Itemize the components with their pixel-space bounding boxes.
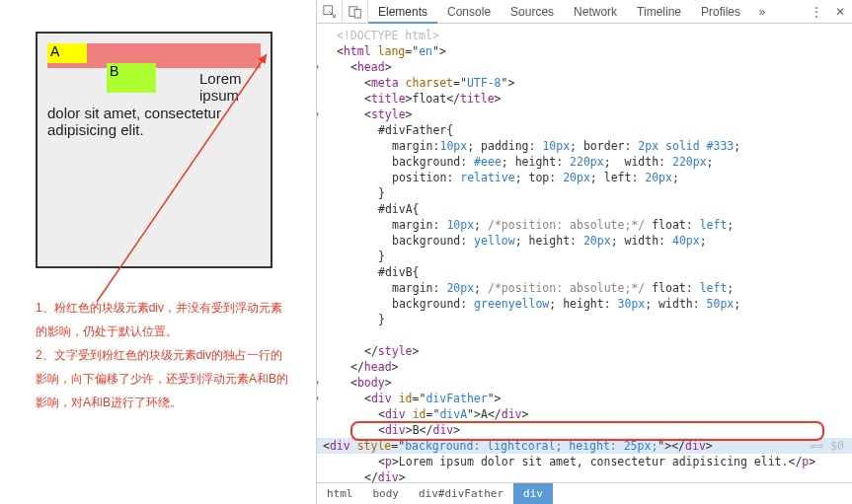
- annotation-text: 1、粉红色的块级元素div，并没有受到浮动元素的影响，仍处于默认位置。 2、文字…: [36, 296, 290, 414]
- divb-node[interactable]: <div>B</div>: [323, 422, 852, 438]
- doctype-node[interactable]: <!DOCTYPE html>: [323, 28, 852, 43]
- css-father-rule3[interactable]: position: relative; top: 20px; left: 20p…: [323, 170, 852, 185]
- meta-node[interactable]: <meta charset="UTF-8">: [323, 75, 852, 91]
- body-open-node[interactable]: ▼<body>: [323, 375, 852, 391]
- toggle-device-icon[interactable]: [343, 0, 368, 24]
- devtools-toolbar: Elements Console Sources Network Timelin…: [317, 0, 852, 24]
- p-node[interactable]: <p>Lorem ipsum dolor sit amet, consectet…: [323, 454, 852, 469]
- html-open-node[interactable]: <html lang="en">: [323, 43, 852, 59]
- css-close-brace[interactable]: }: [323, 312, 852, 327]
- devtools-close-icon[interactable]: ✕: [828, 5, 852, 19]
- rendered-preview-pane: A B Lorem ipsum dolor sit amet, consecte…: [0, 0, 316, 504]
- dom-breadcrumb: html body div#divFather div: [317, 482, 852, 504]
- divfather-close-node[interactable]: </div>: [323, 469, 852, 482]
- css-close-brace[interactable]: }: [323, 249, 852, 264]
- div-b-preview: B: [107, 63, 156, 93]
- devtools-menu-icon[interactable]: ⋮: [805, 5, 828, 19]
- css-a-rule2[interactable]: background: yellow; height: 20px; width:…: [323, 233, 852, 249]
- lorem-rest: dolor sit amet, consectetur adipisicing …: [47, 105, 221, 138]
- dom-tree[interactable]: <!DOCTYPE html> <html lang="en"> ▼<head>…: [317, 24, 852, 482]
- css-close-brace[interactable]: }: [323, 185, 852, 201]
- css-father-rule2[interactable]: background: #eee; height: 220px; width: …: [323, 154, 852, 170]
- breadcrumb-html[interactable]: html: [317, 483, 363, 505]
- css-selector-father[interactable]: #divFather{: [323, 122, 852, 138]
- tab-console[interactable]: Console: [437, 0, 501, 24]
- annotation-2: 2、文字受到粉红色的块级元素div的独占一行的影响，向下偏移了少许，还受到浮动元…: [36, 343, 290, 414]
- selected-coral-div-node[interactable]: <div style="background: lightcoral; heig…: [317, 438, 852, 454]
- annotation-1: 1、粉红色的块级元素div，并没有受到浮动元素的影响，仍处于默认位置。: [36, 296, 290, 343]
- breadcrumb-body[interactable]: body: [363, 483, 410, 505]
- style-open-node[interactable]: ▼<style>: [323, 107, 852, 122]
- devtools-panel: Elements Console Sources Network Timelin…: [316, 0, 852, 504]
- css-b-rule1[interactable]: margin: 20px; /*position: absolute;*/ fl…: [323, 280, 852, 296]
- breadcrumb-divfather[interactable]: div#divFather: [409, 483, 513, 505]
- css-empty-line: [323, 327, 852, 343]
- head-close-node[interactable]: </head>: [323, 359, 852, 375]
- div-father-preview: A B Lorem ipsum dolor sit amet, consecte…: [36, 32, 272, 268]
- tab-profiles[interactable]: Profiles: [691, 0, 750, 24]
- breadcrumb-div-selected[interactable]: div: [513, 483, 553, 505]
- svg-rect-3: [354, 9, 360, 18]
- tab-timeline[interactable]: Timeline: [627, 0, 691, 24]
- style-close-node[interactable]: </style>: [323, 343, 852, 359]
- inspect-element-icon[interactable]: [317, 0, 343, 24]
- div-a-preview: A: [47, 43, 87, 63]
- css-a-rule1[interactable]: margin: 10px; /*position: absolute;*/ fl…: [323, 217, 852, 233]
- tabs-overflow-icon[interactable]: »: [750, 5, 774, 19]
- divfather-open-node[interactable]: ▼<div id="divFather">: [323, 391, 852, 406]
- tab-network[interactable]: Network: [564, 0, 627, 24]
- css-father-rule1[interactable]: margin:10px; padding: 10px; border: 2px …: [323, 138, 852, 154]
- css-selector-b[interactable]: #divB{: [323, 264, 852, 280]
- tab-sources[interactable]: Sources: [501, 0, 564, 24]
- css-b-rule2[interactable]: background: greenyellow; height: 30px; w…: [323, 296, 852, 312]
- diva-node[interactable]: <div id="divA">A</div>: [323, 406, 852, 422]
- tab-elements[interactable]: Elements: [368, 0, 437, 24]
- css-selector-a[interactable]: #divA{: [323, 201, 852, 217]
- title-node[interactable]: <title>float</title>: [323, 91, 852, 107]
- head-open-node[interactable]: ▼<head>: [323, 59, 852, 75]
